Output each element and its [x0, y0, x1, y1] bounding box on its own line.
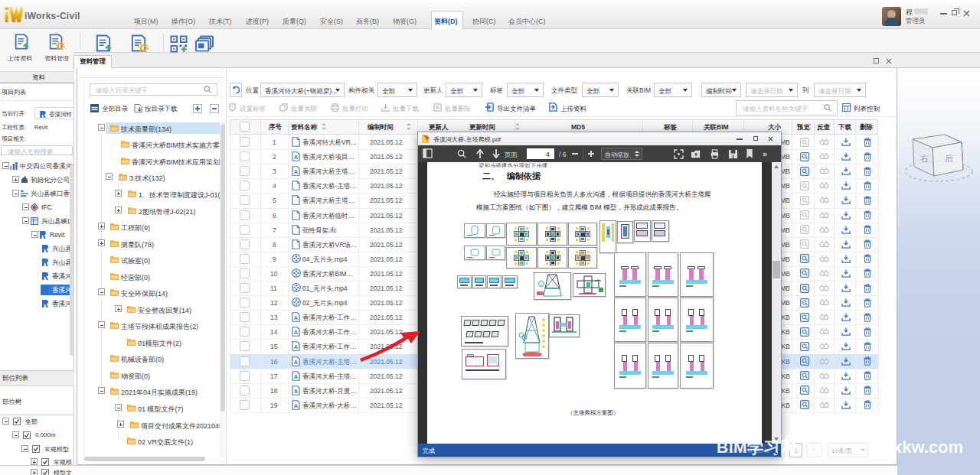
- svg-text:A: A: [294, 329, 299, 336]
- svg-text:后: 后: [945, 154, 953, 163]
- svg-text:A: A: [294, 359, 299, 366]
- svg-text:A: A: [294, 154, 299, 161]
- svg-text:右: 右: [920, 154, 929, 163]
- svg-text:A: A: [294, 388, 299, 395]
- svg-text:A: A: [294, 402, 299, 409]
- svg-text:A: A: [294, 314, 299, 321]
- svg-text:A: A: [294, 344, 299, 351]
- svg-text:A: A: [294, 373, 299, 380]
- svg-text:A: A: [294, 168, 299, 175]
